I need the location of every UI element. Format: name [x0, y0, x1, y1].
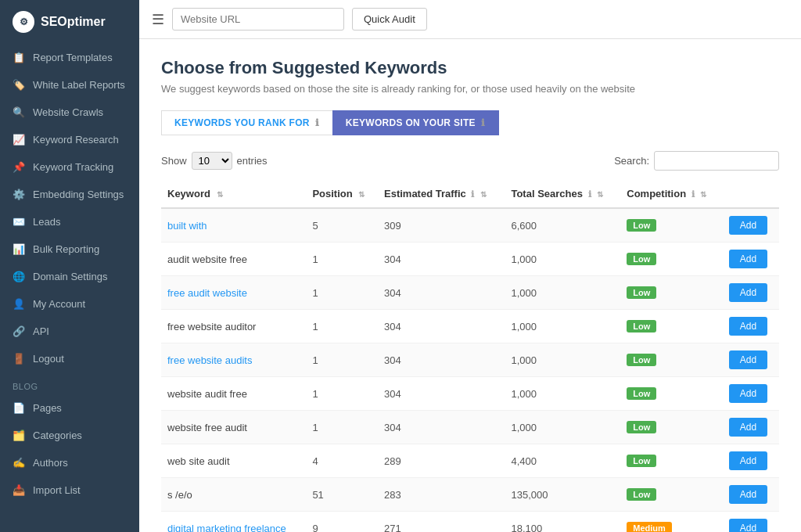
traffic-info-icon[interactable]: ℹ — [471, 189, 474, 199]
sidebar-item-api[interactable]: 🔗 API — [0, 318, 139, 345]
cell-competition: Low — [620, 444, 722, 478]
cell-searches: 1,000 — [505, 276, 620, 310]
cell-traffic: 304 — [378, 343, 505, 377]
table-row: digital marketing freelance 9 271 18,100… — [161, 512, 779, 533]
sidebar-label-logout: Logout — [33, 353, 64, 365]
sidebar-label-keyword-research: Keyword Research — [33, 134, 119, 146]
sidebar-icon-my-account: 👤 — [13, 298, 25, 310]
cell-traffic: 304 — [378, 377, 505, 411]
cell-competition: Low — [620, 343, 722, 377]
table-row: free website audits 1 304 1,000 Low Add — [161, 343, 779, 377]
tab-rank-info-icon[interactable]: ℹ — [315, 117, 319, 128]
add-keyword-button[interactable]: Add — [729, 418, 767, 437]
entries-select[interactable]: 10 25 50 100 — [192, 152, 232, 170]
sort-competition-icon[interactable]: ⇅ — [700, 190, 706, 199]
add-keyword-button[interactable]: Add — [729, 519, 767, 532]
sort-searches-icon[interactable]: ⇅ — [597, 190, 603, 199]
cell-position: 1 — [306, 243, 378, 276]
sidebar-icon-keyword-research: 📈 — [13, 134, 25, 146]
sidebar-item-keyword-tracking[interactable]: 📌 Keyword Tracking — [0, 153, 139, 181]
search-input[interactable] — [654, 151, 779, 171]
sidebar-item-keyword-research[interactable]: 📈 Keyword Research — [0, 126, 139, 153]
add-keyword-button[interactable]: Add — [729, 283, 767, 302]
cell-competition: Low — [620, 411, 722, 444]
logo-text: SEOptimer — [41, 15, 106, 29]
sort-traffic-icon[interactable]: ⇅ — [480, 190, 487, 199]
tab-keywords-rank[interactable]: KEYWORDS YOU RANK FOR ℹ — [161, 110, 332, 135]
show-entries-control: Show 10 25 50 100 entries — [161, 152, 268, 170]
page-subtitle: We suggest keywords based on those the s… — [161, 83, 779, 95]
table-row: website free audit 1 304 1,000 Low Add — [161, 411, 779, 444]
cell-traffic: 289 — [378, 444, 505, 478]
table-controls-top: Show 10 25 50 100 entries Search: — [161, 151, 779, 171]
cell-action: Add — [723, 444, 779, 478]
cell-competition: Low — [620, 478, 722, 512]
competition-badge: Low — [627, 320, 656, 332]
sidebar-icon-domain-settings: 🌐 — [13, 271, 25, 282]
add-keyword-button[interactable]: Add — [729, 350, 767, 369]
hamburger-icon[interactable]: ☰ — [152, 11, 164, 28]
add-keyword-button[interactable]: Add — [729, 384, 767, 403]
sidebar-label-authors: Authors — [33, 457, 68, 469]
sort-keyword-icon[interactable]: ⇅ — [217, 190, 223, 199]
cell-action: Add — [723, 208, 779, 243]
competition-badge: Low — [627, 253, 656, 265]
cell-traffic: 271 — [378, 512, 505, 533]
cell-position: 1 — [306, 377, 378, 411]
add-keyword-button[interactable]: Add — [729, 317, 767, 336]
cell-searches: 1,000 — [505, 310, 620, 343]
cell-searches: 4,400 — [505, 444, 620, 478]
competition-badge: Low — [627, 488, 656, 501]
cell-action: Add — [723, 478, 779, 512]
cell-action: Add — [723, 343, 779, 377]
cell-traffic: 283 — [378, 478, 505, 512]
cell-traffic: 304 — [378, 243, 505, 276]
cell-keyword: audit website free — [161, 243, 306, 276]
sidebar-item-pages[interactable]: 📄 Pages — [0, 394, 139, 422]
sidebar-item-leads[interactable]: ✉️ Leads — [0, 208, 139, 235]
cell-keyword: free website auditor — [161, 310, 306, 343]
competition-badge: Medium — [627, 522, 672, 532]
sidebar-item-embedding-settings[interactable]: ⚙️ Embedding Settings — [0, 181, 139, 208]
cell-action: Add — [723, 411, 779, 444]
add-keyword-button[interactable]: Add — [729, 250, 767, 268]
cell-position: 5 — [306, 208, 378, 243]
searches-info-icon[interactable]: ℹ — [588, 189, 591, 199]
sidebar-icon-keyword-tracking: 📌 — [13, 161, 25, 173]
add-keyword-button[interactable]: Add — [729, 451, 767, 470]
sidebar-item-website-crawls[interactable]: 🔍 Website Crawls — [0, 99, 139, 126]
sidebar-label-my-account: My Account — [33, 298, 85, 310]
keywords-table: Keyword ⇅ Position ⇅ Estimated Traffic ℹ… — [161, 180, 779, 532]
sidebar-item-logout[interactable]: 🚪 Logout — [0, 345, 139, 372]
col-keyword: Keyword ⇅ — [161, 180, 306, 208]
cell-position: 9 — [306, 512, 378, 533]
sort-position-icon[interactable]: ⇅ — [358, 190, 365, 199]
cell-traffic: 304 — [378, 310, 505, 343]
sidebar-item-domain-settings[interactable]: 🌐 Domain Settings — [0, 263, 139, 290]
table-row: audit website free 1 304 1,000 Low Add — [161, 243, 779, 276]
sidebar-item-my-account[interactable]: 👤 My Account — [0, 290, 139, 318]
cell-searches: 135,000 — [505, 478, 620, 512]
sidebar-item-categories[interactable]: 🗂️ Categories — [0, 422, 139, 449]
cell-keyword: free audit website — [161, 276, 306, 310]
sidebar-label-categories: Categories — [33, 430, 82, 441]
sidebar-icon-embedding-settings: ⚙️ — [13, 189, 25, 200]
quick-audit-button[interactable]: Quick Audit — [352, 8, 427, 31]
tab-keywords-site[interactable]: KEYWORDS ON YOUR SITE ℹ — [332, 110, 499, 135]
sidebar-icon-pages: 📄 — [13, 402, 25, 414]
tab-site-info-icon[interactable]: ℹ — [481, 117, 485, 128]
add-keyword-button[interactable]: Add — [729, 216, 767, 235]
sidebar-item-import-list[interactable]: 📥 Import List — [0, 476, 139, 504]
col-competition: Competition ℹ ⇅ — [620, 180, 722, 208]
cell-competition: Low — [620, 377, 722, 411]
sidebar-item-white-label-reports[interactable]: 🏷️ White Label Reports — [0, 71, 139, 99]
cell-action: Add — [723, 243, 779, 276]
url-input[interactable] — [172, 8, 344, 31]
sidebar-item-authors[interactable]: ✍️ Authors — [0, 449, 139, 476]
sidebar-item-report-templates[interactable]: 📋 Report Templates — [0, 44, 139, 71]
sidebar-item-bulk-reporting[interactable]: 📊 Bulk Reporting — [0, 235, 139, 263]
add-keyword-button[interactable]: Add — [729, 485, 767, 504]
competition-info-icon[interactable]: ℹ — [691, 189, 695, 199]
sidebar-label-embedding-settings: Embedding Settings — [33, 189, 124, 200]
competition-badge: Low — [627, 455, 656, 467]
